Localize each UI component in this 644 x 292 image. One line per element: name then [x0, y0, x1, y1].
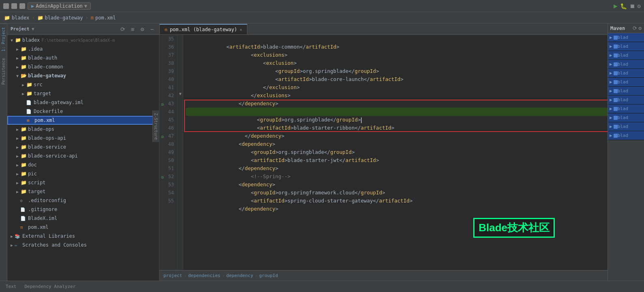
editor-area: m pom.xml (blade-gateway) × 35 36 37 38 …	[159, 23, 608, 281]
doc-label: doc	[28, 162, 37, 168]
maven-item-7[interactable]: ▶ blad	[608, 87, 644, 96]
tree-item-src[interactable]: 📁 src	[7, 80, 159, 89]
fold-marker-42[interactable]: ▼	[179, 92, 181, 96]
status-project[interactable]: project	[163, 273, 182, 278]
bottom-tab-dependency[interactable]: Dependency Analyzer	[22, 283, 78, 290]
line-54: 54	[159, 189, 177, 197]
tab-xml-icon: m	[165, 27, 167, 32]
code-line-44: <groupId>org.springblade</groupId>	[186, 108, 608, 116]
code-line-39: <artifactId>blade-core-launch</artifactI…	[186, 67, 608, 75]
maven-header-icons: ⟳ ⚙	[633, 25, 642, 31]
breadcrumb-blade-gateway[interactable]: blade-gateway	[45, 15, 83, 21]
service-api-label: blade-service-api	[28, 153, 78, 159]
line-37: 37	[159, 51, 177, 59]
gutter-icon-43: ⊙	[161, 100, 164, 109]
tree-item-external-libs[interactable]: 📚 External Libraries	[7, 232, 159, 241]
maven-item-1[interactable]: ▶ blad	[608, 33, 644, 42]
app-name[interactable]: ▶ AdminApplication ▼	[28, 2, 91, 10]
maven-item-6[interactable]: ▶ blad	[608, 78, 644, 87]
tree-item-script[interactable]: 📁 script	[7, 178, 159, 187]
tree-item-dockerfile[interactable]: 📄 Dockerfile	[7, 107, 159, 116]
sync-icon[interactable]: ⟳	[119, 26, 127, 33]
stop-icon[interactable]: ⏹	[629, 3, 635, 9]
maven-settings-icon[interactable]: ⚙	[638, 25, 642, 31]
project-panel: Project ▼ ⟳ ≡ ⚙ − 📁 bladex F:\netbeans_w…	[7, 23, 159, 281]
breadcrumb-bladex[interactable]: bladex	[12, 15, 29, 21]
tree-item-gateway-iml[interactable]: 📄 blade-gateway.iml	[7, 98, 159, 107]
tree-item-blade-common[interactable]: 📁 blade-common	[7, 62, 159, 71]
tree-item-blade-auth[interactable]: 📁 blade-auth	[7, 53, 159, 62]
script-arrow	[15, 180, 20, 185]
maven-item-10[interactable]: ▶ blad	[608, 113, 644, 122]
status-dependencies[interactable]: dependencies	[188, 273, 220, 278]
maven-title: Maven	[610, 26, 625, 31]
tree-item-gitignore[interactable]: 📄 .gitignore	[7, 205, 159, 214]
maven-item-2[interactable]: ▶ blad	[608, 42, 644, 51]
run-icon[interactable]: ▶	[614, 2, 618, 10]
iml-icon: 📄	[26, 100, 32, 105]
bottom-tab-text[interactable]: Text	[3, 283, 19, 290]
tree-item-target-sub[interactable]: 📁 target	[7, 89, 159, 98]
tree-item-editorconfig[interactable]: ⚙ .editorconfig	[7, 196, 159, 205]
tree-item-scratches[interactable]: ✏ Scratches and Consoles	[7, 241, 159, 249]
project-tab-vertical[interactable]: 1: Project	[0, 23, 6, 55]
scratches-arrow	[9, 242, 15, 248]
line-45: 45	[159, 116, 177, 124]
tree-item-blade-service-api[interactable]: 📁 blade-service-api	[7, 151, 159, 160]
code-line-36: <exclusions>	[186, 43, 608, 51]
collapse-icon[interactable]: ≡	[129, 26, 136, 33]
root-arrow	[9, 37, 15, 43]
status-dependency[interactable]: dependency	[226, 273, 253, 278]
tree-item-idea[interactable]: 📁 .idea	[7, 45, 159, 53]
tree-item-bladex-iml[interactable]: 📄 BladeX.iml	[7, 214, 159, 223]
bladex-icon: 📁	[4, 15, 10, 21]
code-line-43: <dependency>	[186, 100, 608, 108]
tree-item-pic[interactable]: 📁 pic	[7, 169, 159, 178]
z-structure-tab[interactable]: Z-Structure	[152, 111, 159, 142]
tree-root[interactable]: 📁 bladex F:\netbeans_workSpace\BladeX-m	[7, 36, 159, 45]
settings-icon[interactable]: ⚙	[638, 3, 641, 9]
tree-item-blade-ops[interactable]: 📁 blade-ops	[7, 125, 159, 134]
toolbar-right-icons: ▶ 🐛 ⏹ ⚙	[614, 2, 641, 10]
ops-api-folder-icon: 📁	[20, 135, 27, 141]
line-36: 36	[159, 43, 177, 51]
tree-item-doc[interactable]: 📁 doc	[7, 160, 159, 169]
minimize-icon[interactable]: −	[148, 26, 156, 33]
maven-item-9[interactable]: ▶ blad	[608, 104, 644, 113]
status-groupid[interactable]: groupId	[259, 273, 278, 278]
tree-item-blade-ops-api[interactable]: 📁 blade-ops-api	[7, 134, 159, 143]
code-line-54: <artifactId>spring-cloud-starter-gateway…	[186, 189, 608, 197]
tree-item-pom-selected[interactable]: m pom.xml	[7, 116, 159, 125]
persistence-tab-vertical[interactable]: Persistence	[0, 55, 6, 88]
gear-icon[interactable]: ⚙	[139, 26, 146, 33]
breadcrumb-pom[interactable]: pom.xml	[95, 15, 116, 21]
gitignore-label: .gitignore	[28, 207, 57, 212]
debug-icon[interactable]: 🐛	[620, 3, 627, 9]
maven-item-11[interactable]: ▶ blad	[608, 122, 644, 131]
maven-item-4[interactable]: ▶ blad	[608, 60, 644, 69]
pom-icon: m	[91, 15, 94, 21]
maven-panel: Maven ⟳ ⚙ ▶ blad ▶ blad ▶ blad ▶ blad ▶ …	[608, 23, 644, 281]
gateway-arrow	[15, 73, 20, 79]
line-48: 48	[159, 140, 177, 148]
maven-item-5[interactable]: ▶ blad	[608, 69, 644, 78]
tree-item-pom-root[interactable]: m pom.xml	[7, 223, 159, 232]
line-42: 42	[159, 92, 177, 100]
maven-item-12[interactable]: ▶ blad	[608, 131, 644, 140]
code-line-37: <exclusion>	[186, 51, 608, 59]
service-folder-icon: 📁	[20, 144, 27, 150]
tab-close-btn[interactable]: ×	[240, 27, 243, 32]
editor-tab-pom[interactable]: m pom.xml (blade-gateway) ×	[159, 24, 247, 34]
tree-item-target-root[interactable]: 📁 target	[7, 187, 159, 196]
line-47: ⊙ 47	[159, 132, 177, 140]
tree-item-blade-gateway[interactable]: 📂 blade-gateway	[7, 71, 159, 80]
code-line-38: <groupId>org.springblade</groupId>	[186, 59, 608, 67]
tree-item-blade-service[interactable]: 📁 blade-service	[7, 143, 159, 151]
left-vertical-tabs: 1: Project Persistence	[0, 23, 7, 281]
service-api-folder-icon: 📁	[20, 153, 27, 159]
idea-label: .idea	[28, 46, 43, 52]
status-bar: project › dependencies › dependency › gr…	[159, 270, 608, 281]
maven-item-8[interactable]: ▶ blad	[608, 96, 644, 104]
maven-refresh-icon[interactable]: ⟳	[633, 25, 637, 31]
maven-item-3[interactable]: ▶ blad	[608, 51, 644, 60]
